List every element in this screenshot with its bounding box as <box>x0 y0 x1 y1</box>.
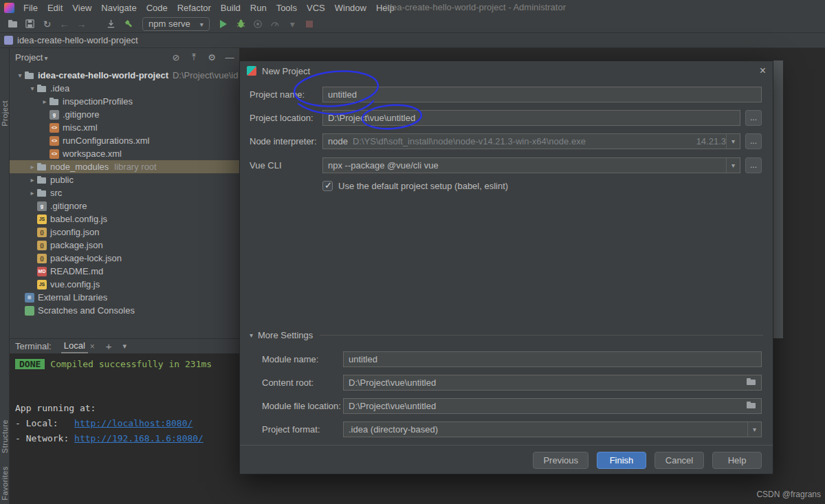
gear-icon[interactable]: ⚙ <box>206 52 217 63</box>
cancel-button[interactable]: Cancel <box>654 452 704 469</box>
node-interpreter-select[interactable]: node D:\YS\df\soft_install\node\node-v14… <box>322 133 740 149</box>
tree-row-gitignore-idea[interactable]: .gitignore <box>10 108 239 121</box>
tree-row-src[interactable]: src <box>10 186 239 199</box>
folder-icon[interactable] <box>747 378 756 386</box>
network-url-link[interactable]: http://192.168.1.6:8080/ <box>74 433 204 443</box>
help-button[interactable]: Help <box>712 452 762 469</box>
project-name-input[interactable]: untitled <box>322 87 762 102</box>
chevron-down-icon[interactable] <box>726 158 740 173</box>
browse-vue-cli-button[interactable]: ... <box>745 157 762 173</box>
tree-row-inspectionprofiles[interactable]: inspectionProfiles <box>10 95 239 108</box>
project-format-select[interactable]: .idea (directory-based) <box>343 421 762 437</box>
module-icon <box>4 36 13 45</box>
finish-button[interactable]: Finish <box>597 452 646 469</box>
run-button[interactable] <box>215 17 232 32</box>
module-name-input[interactable]: untitled <box>343 351 762 367</box>
chevron-down-icon[interactable]: ▾ <box>123 342 127 351</box>
chevron-collapsed-icon[interactable] <box>28 186 37 199</box>
run-options-chevron-icon[interactable]: ▾ <box>284 17 301 32</box>
project-path: D:\Project\vue\id <box>173 70 238 80</box>
menu-file[interactable]: File <box>19 1 43 14</box>
node-interpreter-row: Node interpreter: node D:\YS\df\soft_ins… <box>250 133 762 149</box>
chevron-collapsed-icon[interactable] <box>40 95 50 108</box>
terminal-output[interactable]: DONECompiled successfully in 231ms App r… <box>10 353 239 504</box>
menu-tools[interactable]: Tools <box>272 1 302 14</box>
chevron-collapsed-icon[interactable] <box>28 173 37 186</box>
save-icon[interactable] <box>21 17 38 32</box>
close-icon[interactable]: × <box>760 65 766 76</box>
debug-button[interactable] <box>232 17 250 32</box>
tree-row-external-libraries[interactable]: External Libraries <box>10 291 239 304</box>
local-url-link[interactable]: http://localhost:8080/ <box>74 418 192 428</box>
dialog-title-bar[interactable]: New Project × <box>240 61 773 80</box>
chevron-expanded-icon[interactable] <box>15 69 25 82</box>
new-terminal-icon[interactable]: + <box>106 340 112 352</box>
menu-navigate[interactable]: Navigate <box>96 1 141 14</box>
tree-row-idea[interactable]: .idea <box>10 82 239 95</box>
forward-icon[interactable]: → <box>73 17 90 32</box>
run-configuration-select[interactable]: npm serve <box>142 17 210 31</box>
project-panel-title[interactable]: Project <box>15 52 43 63</box>
project-location-input[interactable]: D:\Project\vue\untitled <box>322 110 740 126</box>
tree-row-runconfigurations-xml[interactable]: runConfigurations.xml <box>10 134 239 147</box>
tree-row-node-modules[interactable]: node_modules library root <box>10 160 239 173</box>
stripe-tab-favorites[interactable]: Favorites <box>1 466 9 501</box>
content-root-input[interactable]: D:\Project\vue\untitled <box>343 375 762 391</box>
browse-node-button[interactable]: ... <box>745 133 762 149</box>
menu-code[interactable]: Code <box>142 1 173 14</box>
close-icon[interactable]: × <box>90 342 95 351</box>
menu-edit[interactable]: Edit <box>43 1 67 14</box>
tree-row-public[interactable]: public <box>10 173 239 186</box>
stripe-tab-structure[interactable]: Structure <box>1 419 9 453</box>
stripe-tab-project[interactable]: Project <box>1 100 9 127</box>
checkbox-checked-icon[interactable] <box>322 181 333 191</box>
collapse-all-icon[interactable]: ⤒ <box>188 52 199 63</box>
folder-icon[interactable] <box>747 402 756 410</box>
tree-row-babel-config[interactable]: babel.config.js <box>10 212 239 226</box>
profiler-icon[interactable] <box>267 17 284 32</box>
tree-row-jsconfig[interactable]: jsconfig.json <box>10 226 239 239</box>
menu-window[interactable]: Window <box>330 1 371 14</box>
chevron-expanded-icon[interactable] <box>28 82 37 95</box>
tree-row-gitignore[interactable]: .gitignore <box>10 199 239 212</box>
open-icon[interactable] <box>4 17 21 32</box>
stop-button[interactable] <box>301 17 318 32</box>
git-file-icon <box>50 110 59 120</box>
chevron-down-icon[interactable] <box>726 134 740 149</box>
tree-row-workspace-xml[interactable]: workspace.xml <box>10 147 239 160</box>
tree-row-readme[interactable]: README.md <box>10 265 239 278</box>
chevron-expanded-icon[interactable] <box>250 331 253 339</box>
chevron-collapsed-icon[interactable] <box>28 160 37 173</box>
chevron-down-icon[interactable] <box>747 422 761 437</box>
chevron-down-icon[interactable] <box>44 52 47 63</box>
right-scrollbar-strip[interactable] <box>773 61 783 338</box>
more-settings-section[interactable]: More Settings <box>250 329 763 340</box>
menu-refactor[interactable]: Refactor <box>173 1 216 14</box>
tree-row-package-json[interactable]: package.json <box>10 239 239 252</box>
vue-cli-select[interactable]: npx --package @vue/cli vue <box>322 157 740 173</box>
menu-run[interactable]: Run <box>245 1 272 14</box>
coverage-shield-icon <box>253 19 263 29</box>
menu-build[interactable]: Build <box>216 1 245 14</box>
hide-panel-icon[interactable]: — <box>224 52 235 63</box>
locate-file-icon[interactable]: ⊘ <box>170 52 182 63</box>
tree-row-package-lock[interactable]: package-lock.json <box>10 252 239 265</box>
build-hammer-icon[interactable] <box>120 17 137 32</box>
menu-vcs[interactable]: VCS <box>302 1 330 14</box>
coverage-icon[interactable] <box>250 17 267 32</box>
project-name-row: Project name: untitled <box>250 86 762 102</box>
sync-icon[interactable]: ↻ <box>38 17 56 32</box>
tree-row-misc-xml[interactable]: misc.xml <box>10 121 239 134</box>
back-icon[interactable]: ← <box>56 17 73 32</box>
menu-view[interactable]: View <box>67 1 96 14</box>
tree-row-vue-config[interactable]: vue.config.js <box>10 278 239 291</box>
terminal-tab-local[interactable]: Local <box>61 340 88 353</box>
browse-location-button[interactable]: ... <box>745 110 762 126</box>
module-file-location-input[interactable]: D:\Project\vue\untitled <box>343 398 762 414</box>
previous-button[interactable]: Previous <box>533 452 588 469</box>
load-state-icon[interactable] <box>102 17 120 32</box>
tree-row-scratches[interactable]: Scratches and Consoles <box>10 304 239 317</box>
breadcrumb[interactable]: idea-create-hello-world-project <box>17 35 138 45</box>
tree-row-root[interactable]: idea-create-hello-world-project D:\Proje… <box>10 69 239 82</box>
done-badge: DONE <box>15 359 45 369</box>
